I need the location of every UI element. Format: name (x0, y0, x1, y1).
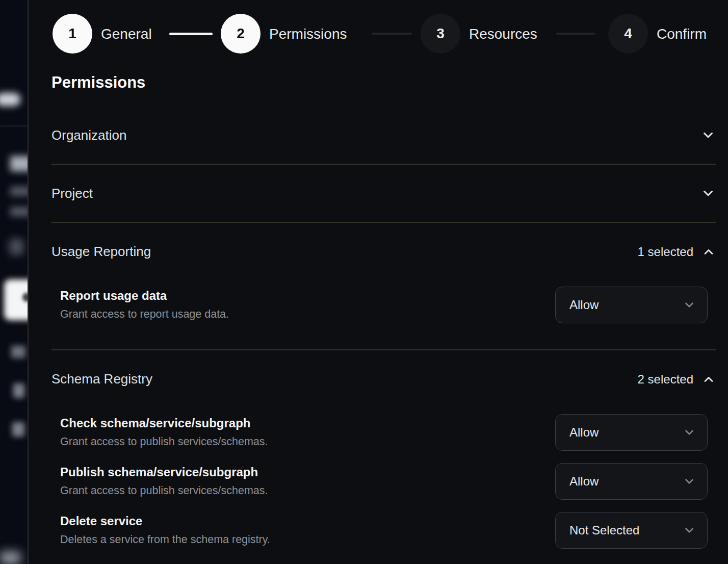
permission-delete-service-description: Deletes a service from the schema regist… (60, 533, 270, 546)
step-connector-3-4 (556, 33, 595, 35)
chevron-down-icon (700, 127, 716, 143)
section-project-title: Project (51, 186, 93, 201)
divider (51, 164, 716, 165)
divider (51, 222, 716, 223)
schema-registry-selected-count: 2 selected (638, 372, 693, 387)
sidebar-blur-text-5 (12, 422, 24, 437)
permission-check-schema-description: Grant access to publish services/schemas… (60, 435, 268, 448)
step-4-confirm-indicator[interactable]: 4 (608, 14, 648, 54)
section-project-toggle[interactable] (700, 186, 716, 201)
chevron-down-icon (683, 524, 696, 537)
permission-check-schema-title: Check schema/service/subgraph (60, 416, 251, 430)
page-title: Permissions (51, 73, 145, 92)
section-organization-title: Organization (51, 127, 126, 143)
sidebar-blur-text-bold (10, 156, 29, 171)
step-4-confirm-label: Confirm (657, 25, 707, 43)
step-1-general-indicator[interactable]: 1 (53, 14, 92, 54)
permission-publish-schema-select[interactable]: Allow (555, 463, 708, 500)
sidebar-blur-card-glyph (22, 293, 29, 302)
chevron-down-icon (683, 475, 696, 488)
step-2-permissions-label: Permissions (269, 25, 347, 43)
permission-publish-schema-title: Publish schema/service/subgraph (60, 465, 258, 479)
chevron-up-icon (701, 245, 716, 259)
permission-delete-service-title: Delete service (60, 514, 142, 528)
permission-publish-schema-description: Grant access to publish services/schemas… (60, 484, 268, 497)
sidebar-blur-divider (0, 125, 28, 126)
select-value: Allow (569, 425, 683, 440)
sidebar-blur-bottom (0, 552, 20, 564)
chevron-down-icon (683, 426, 696, 439)
permission-report-usage-title: Report usage data (60, 289, 167, 303)
chevron-down-icon (700, 186, 716, 201)
section-schema-registry-title: Schema Registry (51, 371, 152, 387)
step-3-number: 3 (436, 25, 445, 42)
permission-report-usage-description: Grant access to report usage data. (60, 308, 229, 321)
permission-delete-service-select[interactable]: Not Selected (555, 512, 708, 549)
section-usage-reporting-title: Usage Reporting (51, 244, 151, 260)
select-value: Not Selected (569, 523, 683, 537)
step-connector-1-2 (169, 33, 213, 35)
section-usage-reporting-toggle[interactable]: 1 selected (638, 245, 716, 259)
sidebar-blur-text-2 (10, 207, 29, 216)
create-api-key-modal: 1 General 2 Permissions 3 Resources 4 Co… (0, 0, 728, 564)
step-connector-2-3 (372, 33, 412, 35)
sidebar-blur-icon (9, 239, 23, 255)
step-2-permissions-indicator[interactable]: 2 (221, 14, 261, 54)
select-value: Allow (569, 298, 683, 312)
step-2-number: 2 (237, 25, 245, 42)
step-3-resources-label: Resources (469, 25, 537, 43)
section-schema-registry-toggle[interactable]: 2 selected (638, 372, 716, 387)
step-3-resources-indicator[interactable]: 3 (421, 14, 460, 54)
step-1-general-label: General (101, 25, 152, 43)
permission-check-schema-select[interactable]: Allow (555, 414, 708, 451)
sidebar-blur-pill (0, 93, 20, 106)
background-sidebar (0, 0, 29, 564)
permission-report-usage-select[interactable]: Allow (555, 287, 708, 323)
usage-reporting-selected-count: 1 selected (638, 245, 693, 259)
chevron-up-icon (701, 372, 716, 387)
sidebar-blur-text-3 (11, 346, 25, 358)
sidebar-blur-text-1 (10, 187, 29, 196)
select-value: Allow (569, 474, 683, 489)
chevron-down-icon (683, 298, 696, 312)
section-organization-toggle[interactable] (700, 127, 716, 143)
sidebar-blur-text-4 (13, 383, 24, 398)
divider (51, 349, 716, 350)
step-1-number: 1 (68, 25, 76, 42)
step-4-number: 4 (624, 25, 632, 42)
